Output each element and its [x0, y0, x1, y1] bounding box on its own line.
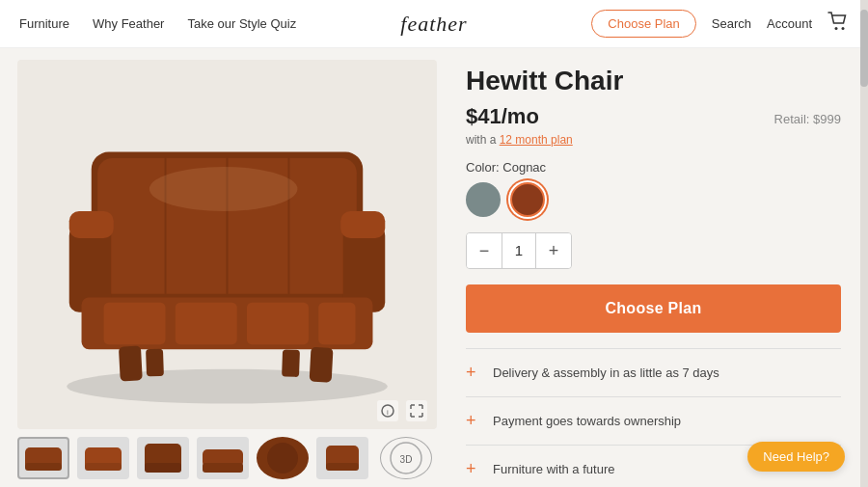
accordion-label-delivery: Delivery & assembly in as little as 7 da…: [493, 365, 719, 380]
svg-rect-17: [119, 345, 143, 381]
swatch-gray[interactable]: [466, 182, 501, 217]
thumbnail-2[interactable]: [77, 437, 129, 479]
swatch-cognac[interactable]: [510, 182, 545, 217]
nav-right: Choose Plan Search Account: [434, 10, 849, 38]
choose-plan-main-button[interactable]: Choose Plan: [466, 284, 841, 333]
thumbnail-1[interactable]: [17, 437, 69, 479]
color-swatches: [466, 182, 841, 217]
quantity-value: 1: [502, 233, 536, 268]
svg-text:i: i: [387, 408, 389, 417]
svg-rect-25: [25, 463, 62, 471]
thumbnail-5[interactable]: [257, 437, 309, 479]
nav-link-furniture[interactable]: Furniture: [19, 16, 69, 31]
svg-rect-29: [145, 463, 181, 473]
product-price: $41/mo: [466, 104, 539, 129]
svg-text:3D: 3D: [400, 454, 413, 465]
view-3d-button[interactable]: 3D: [380, 437, 432, 479]
scrollbar-thumb[interactable]: [860, 10, 868, 87]
accordion-plus-icon-delivery: +: [466, 363, 481, 383]
nav-link-search[interactable]: Search: [712, 16, 751, 31]
svg-rect-20: [282, 349, 300, 377]
thumbnail-6[interactable]: [316, 437, 368, 479]
svg-rect-27: [85, 463, 122, 471]
thumbnail-row: 3D: [17, 437, 437, 479]
svg-rect-18: [310, 347, 334, 383]
nav-left: Furniture Why Feather Take our Style Qui…: [19, 16, 434, 31]
product-section: Hewitt Chair $41/mo Retail: $999 with a …: [448, 48, 868, 487]
nav-choose-plan-button[interactable]: Choose Plan: [591, 10, 695, 38]
price-row: $41/mo Retail: $999: [466, 104, 841, 129]
svg-rect-9: [69, 211, 114, 238]
svg-point-21: [149, 167, 298, 211]
svg-rect-15: [247, 303, 309, 345]
svg-point-32: [267, 443, 298, 473]
thumbnail-4[interactable]: [197, 437, 249, 479]
svg-rect-34: [326, 463, 359, 471]
accordion-label-payment: Payment goes towards ownership: [493, 414, 681, 428]
need-help-button[interactable]: Need Help?: [747, 442, 845, 472]
expand-icon-button[interactable]: [406, 400, 427, 421]
quantity-control: − 1 +: [466, 232, 572, 269]
cart-icon[interactable]: [827, 12, 849, 36]
accordion-plus-icon-payment: +: [466, 411, 481, 431]
svg-point-0: [835, 27, 838, 30]
plan-link[interactable]: 12 month plan: [500, 133, 573, 147]
svg-rect-14: [176, 303, 237, 345]
nav-link-style-quiz[interactable]: Take our Style Quiz: [187, 16, 296, 31]
svg-point-1: [842, 27, 845, 30]
accordion-delivery[interactable]: + Delivery & assembly in as little as 7 …: [466, 349, 841, 397]
quantity-decrease-button[interactable]: −: [467, 233, 502, 268]
quantity-row: − 1 +: [466, 232, 841, 269]
accordion-plus-icon-future: +: [466, 459, 481, 479]
main-image-container: i: [17, 60, 437, 429]
svg-rect-31: [203, 463, 243, 473]
nav-link-why-feather[interactable]: Why Feather: [93, 16, 164, 31]
info-icon-button[interactable]: i: [377, 400, 398, 421]
svg-rect-16: [318, 303, 355, 345]
nav-link-account[interactable]: Account: [767, 16, 812, 31]
plan-note: with a 12 month plan: [466, 133, 841, 147]
main-content: i: [0, 48, 868, 487]
accordion-payment[interactable]: + Payment goes towards ownership: [466, 397, 841, 446]
brand-logo: feather: [400, 12, 467, 37]
svg-rect-19: [146, 349, 164, 377]
product-title: Hewitt Chair: [466, 66, 841, 96]
page-scrollbar[interactable]: [860, 0, 868, 487]
svg-rect-13: [104, 303, 166, 345]
quantity-increase-button[interactable]: +: [536, 233, 571, 268]
image-section: i: [0, 48, 448, 487]
svg-point-2: [67, 369, 388, 404]
accordion-label-future: Furniture with a future: [493, 462, 614, 476]
svg-rect-11: [340, 211, 385, 238]
image-controls: i: [377, 400, 427, 421]
retail-price: Retail: $999: [774, 112, 841, 126]
chair-image: [17, 60, 437, 429]
thumbnail-3[interactable]: [137, 437, 189, 479]
navbar: Furniture Why Feather Take our Style Qui…: [0, 0, 868, 48]
color-label: Color: Cognac: [466, 160, 841, 175]
